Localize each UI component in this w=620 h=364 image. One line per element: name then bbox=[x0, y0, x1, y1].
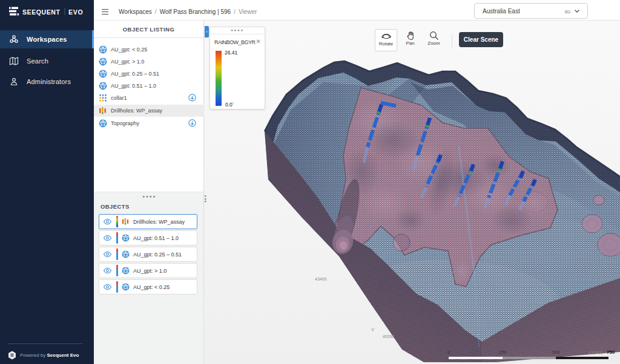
svg-text:250: 250 bbox=[499, 349, 507, 355]
svg-text:0: 0 bbox=[447, 349, 450, 355]
svg-text:Y: Y bbox=[371, 327, 375, 333]
svg-text:750: 750 bbox=[607, 349, 615, 355]
svg-text:500: 500 bbox=[469, 313, 476, 317]
svg-text:SEEQUENT: SEEQUENT bbox=[22, 8, 61, 16]
svg-text:435400: 435400 bbox=[589, 351, 602, 355]
svg-text:EVO: EVO bbox=[68, 8, 84, 16]
svg-text:500: 500 bbox=[552, 349, 560, 355]
svg-text:40395: 40395 bbox=[383, 334, 395, 339]
svg-text:43400: 43400 bbox=[315, 277, 327, 281]
svg-text:ˆ: ˆ bbox=[464, 349, 466, 355]
